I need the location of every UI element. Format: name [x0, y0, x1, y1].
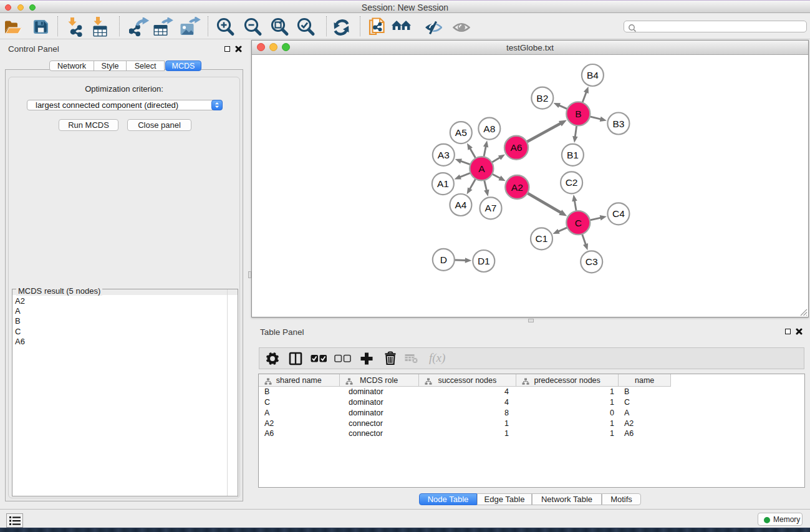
svg-text:A6: A6 [511, 142, 523, 153]
svg-text:A: A [478, 163, 485, 174]
svg-text:A2: A2 [511, 182, 523, 193]
svg-text:C2: C2 [566, 177, 578, 188]
svg-text:C1: C1 [536, 233, 548, 244]
svg-text:C3: C3 [586, 256, 598, 267]
svg-text:A5: A5 [455, 127, 467, 138]
svg-text:B2: B2 [536, 93, 548, 104]
svg-text:A4: A4 [455, 200, 466, 210]
svg-text:A8: A8 [483, 123, 495, 134]
svg-text:D1: D1 [478, 256, 490, 266]
svg-text:D: D [440, 254, 447, 265]
svg-text:A7: A7 [485, 203, 497, 213]
svg-text:A1: A1 [437, 178, 449, 189]
svg-text:C: C [575, 218, 582, 228]
svg-text:B3: B3 [612, 118, 624, 129]
svg-text:B: B [575, 109, 581, 119]
svg-text:B1: B1 [567, 150, 579, 160]
svg-text:C4: C4 [612, 208, 625, 219]
svg-text:B4: B4 [587, 70, 599, 80]
svg-text:A3: A3 [438, 150, 450, 160]
